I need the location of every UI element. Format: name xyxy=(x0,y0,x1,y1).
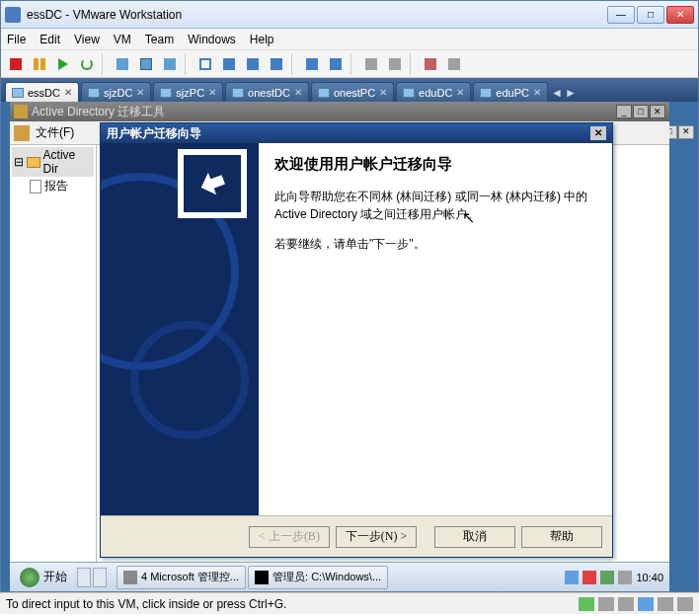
app-icon xyxy=(5,7,21,23)
tab-nav-left[interactable]: ◄ xyxy=(550,84,564,102)
close-icon[interactable]: ✕ xyxy=(533,87,541,98)
tab-nav-right[interactable]: ► xyxy=(564,84,578,102)
tray-icon[interactable] xyxy=(582,571,596,584)
tab-edudc[interactable]: eduDC✕ xyxy=(396,82,471,102)
network-icon[interactable] xyxy=(638,597,654,611)
ad-tool-icon xyxy=(14,105,28,118)
ad-close-button[interactable]: ✕ xyxy=(650,105,665,118)
monitor-icon xyxy=(232,88,244,98)
tab-onestpc[interactable]: onestPC✕ xyxy=(311,82,394,102)
stop-icon[interactable] xyxy=(5,53,27,75)
fullscreen-icon[interactable] xyxy=(194,53,216,75)
tree-child[interactable]: 报告 xyxy=(12,177,94,195)
wizard-dialog: 用户帐户迁移向导 ✕ 欢迎使用用户帐户迁移向导 此向导帮助您在不同林 (林间迁移… xyxy=(100,122,613,558)
status-text: To direct input to this VM, click inside… xyxy=(6,597,286,611)
restart-icon[interactable] xyxy=(76,53,98,75)
tray-icon[interactable] xyxy=(565,571,579,584)
wizard-footer: < 上一步(B) 下一步(N) > 取消 帮助 xyxy=(101,515,612,557)
ad-window-controls: _ □ ✕ xyxy=(615,105,665,118)
floppy-icon[interactable] xyxy=(618,597,634,611)
help-button[interactable]: 帮助 xyxy=(521,526,602,548)
input-icon[interactable] xyxy=(579,597,594,611)
menu-view[interactable]: View xyxy=(74,33,100,46)
wizard-main: 欢迎使用用户帐户迁移向导 此向导帮助您在不同林 (林间迁移) 或同一林 (林内迁… xyxy=(259,143,612,515)
close-icon[interactable]: ✕ xyxy=(208,87,216,98)
ad-maximize-button[interactable]: □ xyxy=(633,105,649,118)
close-icon[interactable]: ✕ xyxy=(136,87,144,98)
menu-file[interactable]: File xyxy=(7,33,26,46)
close-button[interactable]: ✕ xyxy=(666,6,694,24)
wizard-body: 欢迎使用用户帐户迁移向导 此向导帮助您在不同林 (林间迁移) 或同一林 (林内迁… xyxy=(101,143,612,515)
close-button[interactable]: ✕ xyxy=(678,125,694,139)
decoration-circle xyxy=(130,321,249,439)
minimize-button[interactable]: — xyxy=(607,6,635,24)
vmware-window: essDC - VMware Workstation — □ ✕ File Ed… xyxy=(0,0,699,592)
taskbar-item[interactable]: 管理员: C:\Windows\... xyxy=(248,566,388,589)
snapshot-manager-icon[interactable] xyxy=(135,53,157,75)
toolbar xyxy=(1,50,698,78)
sound-icon[interactable] xyxy=(677,597,693,611)
close-icon[interactable]: ✕ xyxy=(64,87,72,98)
clock[interactable]: 10:40 xyxy=(636,572,663,583)
close-icon[interactable]: ✕ xyxy=(379,87,387,98)
tree-root[interactable]: ⊟ Active Dir xyxy=(12,147,94,177)
tab-sjzdc[interactable]: sjzDC✕ xyxy=(81,82,151,102)
menu-team[interactable]: Team xyxy=(145,33,174,46)
wizard-heading: 欢迎使用用户帐户迁移向导 xyxy=(274,155,596,174)
tool-icon-4[interactable] xyxy=(443,53,465,75)
tray-icon[interactable] xyxy=(600,571,614,584)
folder-icon xyxy=(27,157,40,168)
wizard-logo xyxy=(178,149,247,218)
quick-launch-icon[interactable] xyxy=(93,568,107,587)
wizard-titlebar[interactable]: 用户帐户迁移向导 ✕ xyxy=(101,123,612,143)
cdrom-icon[interactable] xyxy=(598,597,614,611)
unity-icon[interactable] xyxy=(218,53,240,75)
menu-windows[interactable]: Windows xyxy=(188,33,236,46)
tab-onestdc[interactable]: onestDC✕ xyxy=(225,82,309,102)
wizard-sidebar xyxy=(101,143,259,515)
multimon-icon[interactable] xyxy=(242,53,264,75)
tool-icon-1[interactable] xyxy=(360,53,382,75)
monitor-icon xyxy=(160,88,172,98)
ad-minimize-button[interactable]: _ xyxy=(616,105,632,118)
next-button[interactable]: 下一步(N) > xyxy=(336,526,417,548)
menu-vm[interactable]: VM xyxy=(114,33,131,46)
play-icon[interactable] xyxy=(52,53,74,75)
console-icon[interactable] xyxy=(266,53,287,75)
start-button[interactable]: 开始 xyxy=(12,566,75,589)
quick-launch-icon[interactable] xyxy=(77,568,91,587)
usb-icon[interactable] xyxy=(658,597,673,611)
maximize-button[interactable]: □ xyxy=(637,6,664,24)
close-icon[interactable]: ✕ xyxy=(456,87,464,98)
monitor-icon xyxy=(88,88,100,98)
summary-icon[interactable] xyxy=(325,53,347,75)
status-icons xyxy=(579,597,693,611)
minus-icon[interactable]: ⊟ xyxy=(14,155,24,169)
ad-tree[interactable]: ⊟ Active Dir 报告 xyxy=(10,145,97,564)
monitor-icon xyxy=(12,88,24,98)
cancel-button[interactable]: 取消 xyxy=(434,526,515,548)
tab-essdc[interactable]: essDC✕ xyxy=(5,82,79,102)
close-icon[interactable]: ✕ xyxy=(294,87,302,98)
ad-file-menu[interactable]: 文件(F) xyxy=(36,124,74,141)
tab-sjzpc[interactable]: sjzPC✕ xyxy=(153,82,223,102)
monitor-icon xyxy=(480,88,492,98)
mmc-icon xyxy=(123,571,137,584)
menu-edit[interactable]: Edit xyxy=(39,33,60,46)
tab-edupc[interactable]: eduPC✕ xyxy=(473,82,548,102)
thumbnail-icon[interactable] xyxy=(301,53,323,75)
menubar: File Edit View VM Team Windows Help xyxy=(1,29,698,50)
tool-icon-3[interactable] xyxy=(420,53,441,75)
report-icon xyxy=(30,180,41,193)
ad-titlebar: Active Directory 迁移工具 _ □ ✕ xyxy=(10,102,669,121)
volume-icon[interactable] xyxy=(618,571,632,584)
tool-icon-2[interactable] xyxy=(384,53,406,75)
guest-display[interactable]: Active Directory 迁移工具 _ □ ✕ _ □ ✕ 文件(F) xyxy=(1,102,698,591)
wizard-close-button[interactable]: ✕ xyxy=(590,126,606,140)
snapshot-icon[interactable] xyxy=(112,53,133,75)
menu-help[interactable]: Help xyxy=(250,33,274,46)
revert-icon[interactable] xyxy=(159,53,181,75)
taskbar-item[interactable]: 4 Microsoft 管理控... xyxy=(116,566,246,589)
pause-icon[interactable] xyxy=(29,53,50,75)
ad-tool-window: Active Directory 迁移工具 _ □ ✕ xyxy=(10,102,669,121)
